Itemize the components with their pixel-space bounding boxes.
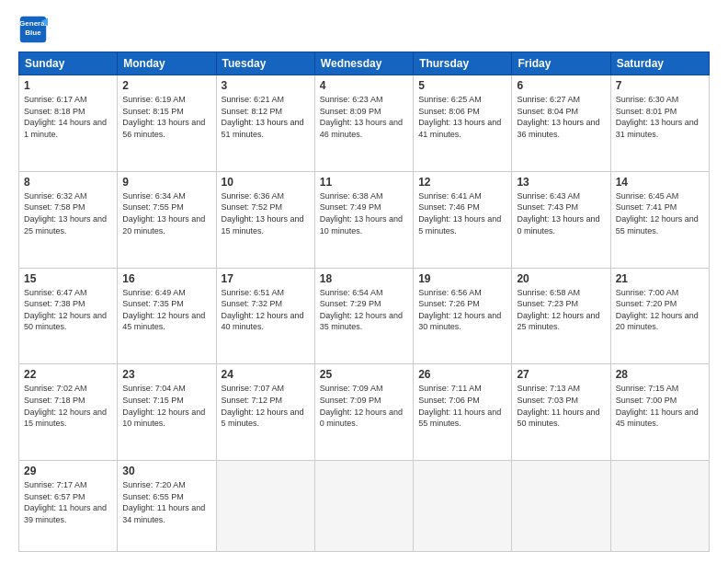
empty-cell	[414, 461, 512, 552]
calendar-week-4: 22Sunrise: 7:02 AMSunset: 7:18 PMDayligh…	[19, 364, 710, 461]
day-number: 9	[122, 176, 210, 189]
day-content: Sunrise: 7:17 AMSunset: 6:57 PMDaylight:…	[24, 479, 112, 525]
calendar-table: SundayMondayTuesdayWednesdayThursdayFrid…	[18, 52, 710, 552]
day-number: 23	[122, 368, 210, 381]
day-cell-21: 21Sunrise: 7:00 AMSunset: 7:20 PMDayligh…	[610, 268, 709, 364]
day-content: Sunrise: 7:15 AMSunset: 7:00 PMDaylight:…	[616, 383, 704, 429]
day-number: 21	[616, 272, 704, 285]
day-number: 1	[24, 79, 112, 92]
empty-cell	[216, 461, 314, 552]
day-cell-13: 13Sunrise: 6:43 AMSunset: 7:43 PMDayligh…	[512, 171, 610, 268]
day-number: 4	[320, 79, 408, 92]
day-content: Sunrise: 6:23 AMSunset: 8:09 PMDaylight:…	[320, 94, 408, 140]
weekday-header-wednesday: Wednesday	[314, 52, 413, 75]
day-cell-20: 20Sunrise: 6:58 AMSunset: 7:23 PMDayligh…	[512, 268, 610, 364]
day-cell-16: 16Sunrise: 6:49 AMSunset: 7:35 PMDayligh…	[118, 268, 216, 364]
day-content: Sunrise: 6:21 AMSunset: 8:12 PMDaylight:…	[222, 94, 310, 140]
empty-cell	[512, 461, 610, 552]
day-number: 17	[222, 272, 310, 285]
day-content: Sunrise: 6:54 AMSunset: 7:29 PMDaylight:…	[320, 287, 408, 333]
day-number: 13	[517, 176, 605, 189]
day-content: Sunrise: 6:17 AMSunset: 8:18 PMDaylight:…	[24, 94, 112, 140]
day-number: 15	[24, 272, 112, 285]
weekday-header-monday: Monday	[118, 52, 216, 75]
day-cell-15: 15Sunrise: 6:47 AMSunset: 7:38 PMDayligh…	[19, 268, 118, 364]
day-number: 14	[616, 176, 704, 189]
day-number: 6	[517, 79, 605, 92]
day-cell-26: 26Sunrise: 7:11 AMSunset: 7:06 PMDayligh…	[414, 364, 512, 461]
calendar-week-2: 8Sunrise: 6:32 AMSunset: 7:58 PMDaylight…	[19, 171, 710, 268]
day-content: Sunrise: 6:51 AMSunset: 7:32 PMDaylight:…	[222, 287, 310, 333]
day-number: 2	[122, 79, 210, 92]
day-content: Sunrise: 6:56 AMSunset: 7:26 PMDaylight:…	[418, 287, 506, 333]
day-content: Sunrise: 6:38 AMSunset: 7:49 PMDaylight:…	[320, 190, 408, 236]
weekday-header-saturday: Saturday	[610, 52, 709, 75]
day-number: 30	[122, 465, 210, 477]
day-number: 18	[320, 272, 408, 285]
day-number: 29	[24, 465, 112, 477]
day-cell-23: 23Sunrise: 7:04 AMSunset: 7:15 PMDayligh…	[118, 364, 216, 461]
day-content: Sunrise: 7:04 AMSunset: 7:15 PMDaylight:…	[122, 383, 210, 429]
day-cell-28: 28Sunrise: 7:15 AMSunset: 7:00 PMDayligh…	[610, 364, 709, 461]
day-number: 24	[222, 368, 310, 381]
day-cell-7: 7Sunrise: 6:30 AMSunset: 8:01 PMDaylight…	[610, 75, 709, 172]
day-content: Sunrise: 6:49 AMSunset: 7:35 PMDaylight:…	[122, 287, 210, 333]
day-number: 27	[517, 368, 605, 381]
day-cell-11: 11Sunrise: 6:38 AMSunset: 7:49 PMDayligh…	[314, 171, 413, 268]
empty-cell	[314, 461, 413, 552]
day-number: 25	[320, 368, 408, 381]
day-cell-1: 1Sunrise: 6:17 AMSunset: 8:18 PMDaylight…	[19, 75, 118, 172]
calendar-week-1: 1Sunrise: 6:17 AMSunset: 8:18 PMDaylight…	[19, 75, 710, 172]
day-cell-4: 4Sunrise: 6:23 AMSunset: 8:09 PMDaylight…	[314, 75, 413, 172]
day-content: Sunrise: 7:11 AMSunset: 7:06 PMDaylight:…	[418, 383, 506, 429]
day-cell-27: 27Sunrise: 7:13 AMSunset: 7:03 PMDayligh…	[512, 364, 610, 461]
page-header: General Blue	[18, 15, 710, 44]
svg-text:Blue: Blue	[25, 29, 41, 37]
day-cell-22: 22Sunrise: 7:02 AMSunset: 7:18 PMDayligh…	[19, 364, 118, 461]
day-cell-5: 5Sunrise: 6:25 AMSunset: 8:06 PMDaylight…	[414, 75, 512, 172]
day-number: 26	[418, 368, 506, 381]
day-cell-9: 9Sunrise: 6:34 AMSunset: 7:55 PMDaylight…	[118, 171, 216, 268]
day-cell-8: 8Sunrise: 6:32 AMSunset: 7:58 PMDaylight…	[19, 171, 118, 268]
day-content: Sunrise: 6:58 AMSunset: 7:23 PMDaylight:…	[517, 287, 605, 333]
logo: General Blue	[18, 15, 48, 44]
day-number: 16	[122, 272, 210, 285]
day-cell-10: 10Sunrise: 6:36 AMSunset: 7:52 PMDayligh…	[216, 171, 314, 268]
day-content: Sunrise: 6:25 AMSunset: 8:06 PMDaylight:…	[418, 94, 506, 140]
day-cell-6: 6Sunrise: 6:27 AMSunset: 8:04 PMDaylight…	[512, 75, 610, 172]
day-content: Sunrise: 6:27 AMSunset: 8:04 PMDaylight:…	[517, 94, 605, 140]
day-cell-3: 3Sunrise: 6:21 AMSunset: 8:12 PMDaylight…	[216, 75, 314, 172]
day-cell-17: 17Sunrise: 6:51 AMSunset: 7:32 PMDayligh…	[216, 268, 314, 364]
day-cell-12: 12Sunrise: 6:41 AMSunset: 7:46 PMDayligh…	[414, 171, 512, 268]
day-content: Sunrise: 7:13 AMSunset: 7:03 PMDaylight:…	[517, 383, 605, 429]
day-number: 12	[418, 176, 506, 189]
day-cell-19: 19Sunrise: 6:56 AMSunset: 7:26 PMDayligh…	[414, 268, 512, 364]
day-number: 11	[320, 176, 408, 189]
day-number: 7	[616, 79, 704, 92]
empty-cell	[610, 461, 709, 552]
day-content: Sunrise: 6:19 AMSunset: 8:15 PMDaylight:…	[122, 94, 210, 140]
day-number: 3	[222, 79, 310, 92]
day-number: 5	[418, 79, 506, 92]
day-cell-29: 29Sunrise: 7:17 AMSunset: 6:57 PMDayligh…	[19, 461, 118, 552]
day-content: Sunrise: 7:09 AMSunset: 7:09 PMDaylight:…	[320, 383, 408, 429]
day-number: 19	[418, 272, 506, 285]
day-content: Sunrise: 7:07 AMSunset: 7:12 PMDaylight:…	[222, 383, 310, 429]
weekday-header-sunday: Sunday	[19, 52, 118, 75]
day-cell-24: 24Sunrise: 7:07 AMSunset: 7:12 PMDayligh…	[216, 364, 314, 461]
weekday-header-tuesday: Tuesday	[216, 52, 314, 75]
day-number: 8	[24, 176, 112, 189]
day-number: 28	[616, 368, 704, 381]
day-content: Sunrise: 6:30 AMSunset: 8:01 PMDaylight:…	[616, 94, 704, 140]
calendar-week-3: 15Sunrise: 6:47 AMSunset: 7:38 PMDayligh…	[19, 268, 710, 364]
day-content: Sunrise: 7:20 AMSunset: 6:55 PMDaylight:…	[122, 479, 210, 525]
day-content: Sunrise: 6:32 AMSunset: 7:58 PMDaylight:…	[24, 190, 112, 236]
day-cell-18: 18Sunrise: 6:54 AMSunset: 7:29 PMDayligh…	[314, 268, 413, 364]
day-content: Sunrise: 7:00 AMSunset: 7:20 PMDaylight:…	[616, 287, 704, 333]
weekday-header-thursday: Thursday	[414, 52, 512, 75]
day-cell-14: 14Sunrise: 6:45 AMSunset: 7:41 PMDayligh…	[610, 171, 709, 268]
day-cell-30: 30Sunrise: 7:20 AMSunset: 6:55 PMDayligh…	[118, 461, 216, 552]
weekday-header-row: SundayMondayTuesdayWednesdayThursdayFrid…	[19, 52, 710, 75]
day-number: 10	[222, 176, 310, 189]
weekday-header-friday: Friday	[512, 52, 610, 75]
